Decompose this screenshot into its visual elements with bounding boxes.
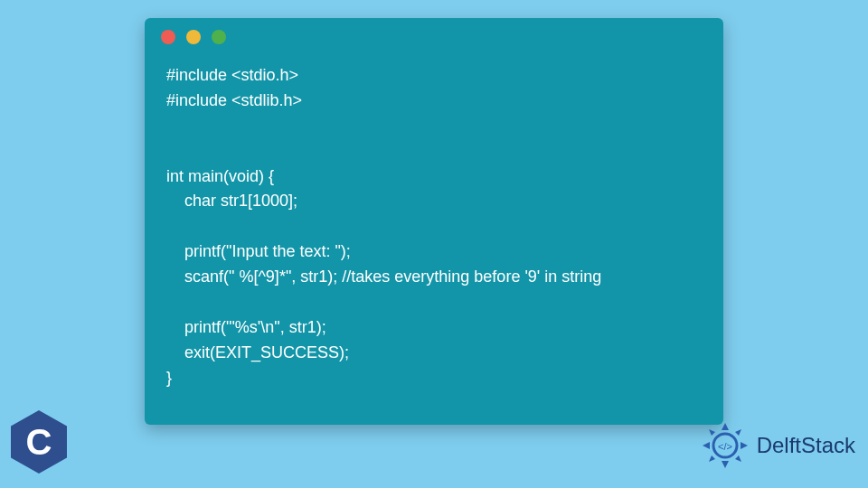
delftstack-logo: </> DelftStack [699,419,855,472]
window-titlebar [145,18,723,56]
minimize-icon[interactable] [186,30,201,44]
code-window: #include <stdio.h> #include <stdlib.h> i… [145,18,723,425]
maximize-icon[interactable] [212,30,226,44]
hexagon-icon: C [11,410,67,474]
c-language-logo: C [11,410,67,474]
close-icon[interactable] [161,30,175,44]
c-letter: C [26,422,52,463]
svg-text:</>: </> [718,441,732,452]
delftstack-label: DelftStack [757,433,855,458]
delftstack-badge-icon: </> [699,419,751,472]
code-content: #include <stdio.h> #include <stdlib.h> i… [145,56,723,409]
